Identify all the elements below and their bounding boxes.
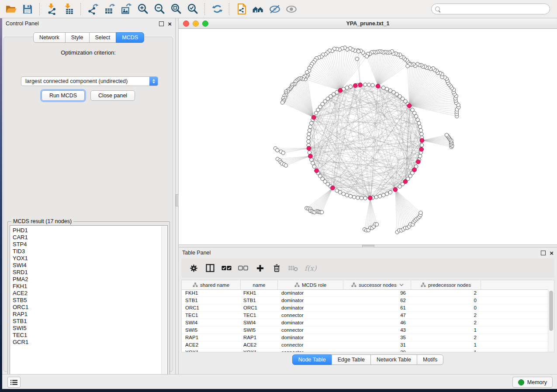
- run-mcds-button[interactable]: Run MCDS: [42, 90, 85, 101]
- zoom-in-button[interactable]: [135, 2, 151, 17]
- table-cell: dominator: [278, 305, 343, 310]
- scrollbar-thumb[interactable]: [549, 291, 553, 331]
- zoom-fit-icon: [170, 3, 182, 15]
- mcds-result-item[interactable]: TEC1: [13, 332, 167, 339]
- show-overview-button[interactable]: [250, 2, 266, 17]
- table-row[interactable]: ACE2ACE2connector311: [182, 341, 548, 349]
- table-row[interactable]: ORC1ORC1dominator610: [182, 304, 548, 312]
- mcds-result-list[interactable]: PHD1CAR1STP4TID3YOX1SWI4SRD1PMA2FKH1ACE2…: [10, 225, 168, 382]
- column-header-successor-nodes[interactable]: successor nodes: [343, 280, 411, 289]
- table-row[interactable]: FKH1FKH1dominator962: [182, 289, 548, 297]
- float-panel-icon[interactable]: [159, 21, 164, 26]
- import-network-button[interactable]: [44, 2, 60, 17]
- column-header-name[interactable]: name: [241, 280, 278, 289]
- table-cell: connector: [278, 342, 343, 347]
- mcds-result-item[interactable]: CAR1: [13, 234, 167, 241]
- table-row[interactable]: STB1STB1dominator620: [182, 297, 548, 304]
- mcds-result-item[interactable]: SWI4: [13, 262, 167, 269]
- table-scrollbar[interactable]: [548, 289, 554, 352]
- table-panel-tabs: Node Table Edge Table Network Table Moti…: [179, 354, 557, 365]
- export-image-button[interactable]: [118, 2, 135, 17]
- mcds-result-item[interactable]: SWI5: [13, 325, 167, 332]
- mcds-tab-content: Optimization criterion: largest connecte…: [3, 37, 173, 372]
- eye-icon: [285, 3, 298, 15]
- show-hidden-button[interactable]: [283, 2, 300, 17]
- network-window-titlebar[interactable]: YPA_prune.txt_1: [179, 18, 557, 29]
- close-panel-button[interactable]: Close panel: [90, 90, 135, 101]
- column-header-predecessor-nodes[interactable]: predecessor nodes: [411, 280, 481, 289]
- mcds-result-item[interactable]: SRD1: [13, 269, 167, 276]
- column-header-mcds-role[interactable]: MCDS role: [278, 280, 343, 289]
- search-box[interactable]: [431, 3, 550, 14]
- select-all-button[interactable]: [221, 262, 233, 274]
- tab-mcds[interactable]: MCDS: [116, 32, 144, 43]
- mcds-result-item[interactable]: ACE2: [13, 290, 167, 297]
- open-session-button[interactable]: [3, 2, 19, 17]
- show-column-button[interactable]: [204, 262, 216, 274]
- search-icon: [435, 7, 440, 11]
- function-builder-button[interactable]: f(x): [304, 264, 316, 272]
- mcds-result-item[interactable]: PMA2: [13, 276, 167, 283]
- vertical-splitter[interactable]: [175, 18, 179, 374]
- zoom-fit-button[interactable]: [168, 2, 184, 17]
- tab-select[interactable]: Select: [89, 32, 117, 43]
- zoom-out-button[interactable]: [151, 2, 168, 17]
- memory-button[interactable]: Memory: [512, 377, 553, 388]
- table-row[interactable]: SWI5SWI5connector431: [182, 327, 548, 334]
- eye-slash-icon: [269, 3, 281, 15]
- mcds-result-item[interactable]: TID3: [13, 248, 167, 255]
- tab-network[interactable]: Network: [33, 32, 66, 43]
- mcds-result-item[interactable]: ORC1: [13, 304, 167, 311]
- column-label: predecessor nodes: [428, 282, 471, 288]
- add-row-button[interactable]: [254, 262, 266, 274]
- export-network-button[interactable]: [85, 2, 101, 17]
- float-panel-icon[interactable]: [541, 251, 546, 255]
- mcds-result-item[interactable]: RAP1: [13, 311, 167, 318]
- table-row[interactable]: SWI4SWI4dominator462: [182, 319, 548, 327]
- import-table-button[interactable]: [60, 2, 77, 17]
- task-history-button[interactable]: [7, 377, 21, 388]
- table-row[interactable]: TEC1TEC1connector472: [182, 312, 548, 319]
- hierarchy-icon: [421, 282, 426, 287]
- mcds-result-group: MCDS result (17 nodes) PHD1CAR1STP4TID3Y…: [7, 221, 170, 385]
- delete-table-button[interactable]: [287, 262, 299, 274]
- tab-edge-table[interactable]: Edge Table: [332, 354, 371, 365]
- network-canvas[interactable]: [179, 29, 557, 244]
- tab-node-table[interactable]: Node Table: [292, 354, 332, 365]
- apply-layout-button[interactable]: [209, 2, 225, 17]
- deselect-all-button[interactable]: [237, 262, 249, 274]
- optimization-criterion-select[interactable]: largest connected component (undirected): [21, 76, 158, 86]
- table-cell: dominator: [278, 290, 343, 296]
- tab-motifs[interactable]: Motifs: [417, 354, 443, 365]
- save-session-button[interactable]: [19, 2, 36, 17]
- mcds-result-item[interactable]: YOX1: [13, 255, 167, 262]
- search-input[interactable]: [443, 6, 550, 13]
- tab-network-table[interactable]: Network Table: [370, 354, 417, 365]
- table-row[interactable]: RAP1RAP1dominator352: [182, 334, 548, 341]
- trash-icon: [273, 264, 281, 272]
- delete-row-button[interactable]: [270, 262, 283, 274]
- mcds-result-item[interactable]: STB5: [13, 297, 167, 304]
- table-cell: 0: [411, 298, 481, 303]
- mcds-result-item[interactable]: STP4: [13, 241, 167, 248]
- close-panel-icon[interactable]: ×: [168, 22, 172, 26]
- network-from-file-button[interactable]: [233, 2, 250, 17]
- table-cell: ORC1: [182, 305, 241, 310]
- mcds-list-scrollbar[interactable]: [161, 226, 167, 382]
- table-row[interactable]: YOX1YOX1connector291: [182, 349, 548, 352]
- mcds-result-item[interactable]: GCR1: [13, 339, 167, 346]
- export-table-button[interactable]: [101, 2, 118, 17]
- mcds-result-item[interactable]: PHD1: [13, 227, 167, 234]
- horizontal-splitter[interactable]: [179, 244, 557, 248]
- close-panel-icon[interactable]: ×: [550, 251, 554, 255]
- mcds-result-item[interactable]: FKH1: [13, 283, 167, 290]
- column-header-shared-name[interactable]: shared name: [182, 280, 241, 289]
- table-cell: 29: [343, 350, 411, 352]
- table-options-button[interactable]: [187, 262, 200, 274]
- table-cell: ACE2: [182, 342, 241, 347]
- zoom-selected-button[interactable]: [184, 2, 201, 17]
- tab-style[interactable]: Style: [65, 32, 90, 43]
- hide-selected-button[interactable]: [266, 2, 283, 17]
- mcds-result-item[interactable]: STB1: [13, 318, 167, 325]
- node-table-body[interactable]: FKH1FKH1dominator962STB1STB1dominator620…: [182, 289, 548, 352]
